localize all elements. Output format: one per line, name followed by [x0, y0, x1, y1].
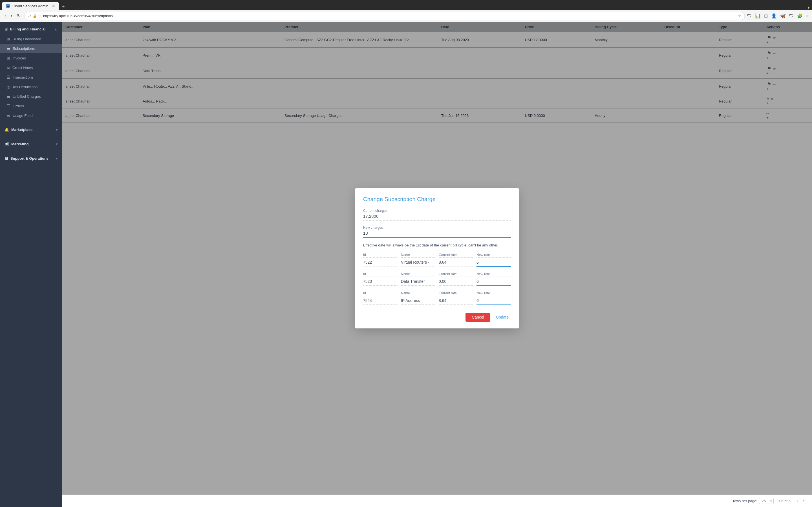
subscriptions-icon: ☰ [7, 46, 10, 51]
user-avatar-icon[interactable]: 👤 [771, 13, 777, 18]
sidebar-item-tax-deductions[interactable]: ◎ Tax Deductions [0, 82, 62, 92]
new-charges-label: New charges [363, 226, 511, 230]
sidebar-billing-header-left: ⊞ Billing and Financial [4, 27, 45, 31]
sidebar-billing-header[interactable]: ⊞ Billing and Financial ▲ [0, 24, 62, 34]
cancel-button[interactable]: Cancel [465, 313, 490, 322]
item3-new-rate-input[interactable] [476, 298, 511, 305]
sidebar-item-transactions[interactable]: ☰ Transactions [0, 72, 62, 82]
shield2-icon[interactable]: 🛡 [789, 13, 794, 18]
sidebar-item-billing-dashboard[interactable]: ⊞ Billing Dashboard [0, 34, 62, 44]
sidebar-item-unbilled-charges[interactable]: ☰ Unbilled Charges [0, 92, 62, 101]
support-icon: 🖥 [4, 156, 8, 161]
item1-id-label: Id 7522 [363, 253, 398, 270]
current-charges-label: Current charges [363, 209, 511, 213]
sidebar-marketing-header-left: 📢 Marketing [4, 142, 29, 146]
tab-bar: ☁ Cloud Services Admin ✕ + ▾ [0, 0, 812, 10]
sidebar-item-invoices[interactable]: ⊞ Invoices [0, 53, 62, 63]
sidebar-marketing-section: 📢 Marketing ▾ [0, 137, 62, 151]
new-charges-input[interactable] [363, 231, 511, 238]
effective-date-note: Effective date will always be the 1st da… [363, 243, 511, 248]
sidebar-marketplace-header-left: 🔔 Marketplace [4, 128, 33, 132]
sidebar-support-section: 🖥 Support & Operations ▾ [0, 151, 62, 166]
sidebar-invoices-label: Invoices [12, 56, 26, 60]
app-layout: ⊞ Billing and Financial ▲ ⊞ Billing Dash… [0, 22, 812, 507]
navigation-bar: ‹ › ↻ 🛡 🔒 ⊞ https://try.apiculus.io/admi… [0, 10, 812, 22]
forward-button[interactable]: › [10, 12, 13, 20]
marketing-chevron-icon: ▾ [56, 142, 57, 146]
unbilled-icon: ☰ [7, 94, 10, 99]
sidebar-transactions-label: Transactions [13, 75, 34, 79]
tab-close-button[interactable]: ✕ [52, 3, 55, 9]
item1-new-rate-input[interactable] [476, 260, 511, 267]
refresh-button[interactable]: ↻ [16, 12, 22, 20]
extensions-icon[interactable]: 🧩 [797, 13, 803, 18]
item1-new-rate: New rate [476, 253, 511, 270]
item1-name-label: Name Virtual Routers - [401, 253, 435, 270]
bookmark-icon[interactable]: ☆ [738, 14, 741, 18]
lock-icon: 🔒 [33, 14, 37, 18]
current-charges-value: 17.2800 [363, 214, 511, 221]
sidebar-item-usage-feed[interactable]: ☰ Usage Feed [0, 111, 62, 120]
tab-list-button[interactable]: ▾ [808, 5, 810, 10]
sidebar-credit-notes-label: Credit Notes [12, 66, 33, 70]
sidebar-subscriptions-label: Subscriptions [13, 47, 35, 51]
tax-icon: ◎ [7, 84, 10, 89]
sidebar-orders-label: Orders [13, 104, 24, 108]
modal-actions: Cancel Update [363, 313, 511, 322]
new-tab-button[interactable]: + [60, 4, 66, 10]
back-button[interactable]: ‹ [3, 12, 7, 20]
rows-select-wrapper[interactable]: 25 50 100 [759, 498, 774, 504]
butterfly-icon[interactable]: 🦋 [780, 13, 786, 18]
item2-current-rate: Current rate 0.00 [439, 272, 473, 289]
sidebar-support-header[interactable]: 🖥 Support & Operations ▾ [0, 154, 62, 163]
sidebar-billing-dashboard-label: Billing Dashboard [12, 37, 41, 41]
item3-id-label: Id 7524 [363, 291, 398, 308]
browser-tab[interactable]: ☁ Cloud Services Admin ✕ [2, 2, 59, 10]
usage-feed-icon: ☰ [7, 113, 10, 118]
main-content: Customer Plan Product Date Price Billing… [62, 22, 812, 507]
sidebar-support-label: Support & Operations [10, 156, 49, 161]
modal-title: Change Subscription Charge [363, 196, 511, 203]
sidebar-item-subscriptions[interactable]: ☰ Subscriptions [0, 44, 62, 53]
tab-title: Cloud Services Admin [12, 4, 48, 8]
security-icon: 🛡 [28, 14, 31, 18]
credit-notes-icon: ≋ [7, 65, 10, 70]
sidebar-billing-label: Billing and Financial [10, 27, 45, 31]
item3-new-rate: New rate [476, 291, 511, 308]
orders-icon: ☰ [7, 104, 10, 108]
shield-icon[interactable]: 🛡 [747, 13, 752, 18]
prev-page-button[interactable]: ‹ [795, 497, 800, 504]
sidebar-marketplace-header[interactable]: 🔔 Marketplace ▾ [0, 125, 62, 135]
current-charges-field: Current charges 17.2800 [363, 209, 511, 221]
menu-icon[interactable]: ≡ [806, 13, 809, 18]
sidebar: ⊞ Billing and Financial ▲ ⊞ Billing Dash… [0, 22, 62, 507]
tab-favicon: ☁ [6, 4, 10, 8]
support-chevron-icon: ▾ [56, 157, 57, 161]
table-container: Customer Plan Product Date Price Billing… [62, 22, 812, 495]
url-text[interactable]: https://try.apiculus.io/admin/#/subscrip… [43, 14, 736, 18]
item-3-grid: Id 7524 Name IP Address Current rate 8.6… [363, 291, 511, 308]
dashboard-icon: ⊞ [7, 37, 10, 41]
change-subscription-modal: Change Subscription Charge Current charg… [355, 188, 519, 328]
rows-per-page-label: rows per page: [733, 499, 757, 503]
rows-per-page-select[interactable]: 25 50 100 [759, 498, 774, 504]
item-2-grid: Id 7523 Name Data Transfer Current rate … [363, 272, 511, 289]
marketplace-chevron-icon: ▾ [56, 128, 57, 132]
sidebar-marketing-header[interactable]: 📢 Marketing ▾ [0, 139, 62, 149]
pagination-bar: rows per page: 25 50 100 1-6 of 6 ‹ › [62, 495, 812, 507]
page-info: 1-6 of 6 [778, 499, 791, 503]
sidebar-marketplace-section: 🔔 Marketplace ▾ [0, 122, 62, 137]
sync-icon[interactable]: ⊡ [764, 13, 768, 18]
browser-toolbar: 🛡 📊 ⊡ 👤 🦋 🛡 🧩 ≡ [747, 13, 809, 18]
sidebar-support-header-left: 🖥 Support & Operations [4, 156, 49, 161]
new-charges-field: New charges [363, 226, 511, 238]
sidebar-tax-deductions-label: Tax Deductions [12, 85, 38, 89]
item2-new-rate-input[interactable] [476, 279, 511, 286]
sidebar-item-credit-notes[interactable]: ≋ Credit Notes [0, 63, 62, 72]
transactions-icon: ☰ [7, 75, 10, 79]
reader-view-icon[interactable]: 📊 [755, 13, 761, 18]
address-bar[interactable]: 🛡 🔒 ⊞ https://try.apiculus.io/admin/#/su… [24, 12, 745, 20]
next-page-button[interactable]: › [801, 497, 806, 504]
update-button[interactable]: Update [494, 313, 511, 322]
sidebar-item-orders[interactable]: ☰ Orders [0, 101, 62, 111]
